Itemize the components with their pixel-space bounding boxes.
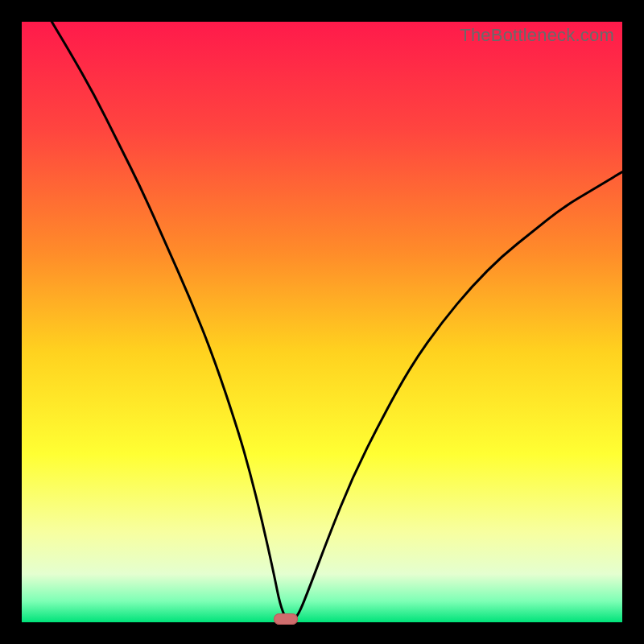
- chart-frame: TheBottleneck.com: [22, 22, 622, 622]
- watermark-text: TheBottleneck.com: [460, 25, 614, 46]
- gradient-background: [22, 22, 622, 622]
- bottleneck-chart: [22, 22, 622, 622]
- optimal-point-marker: [274, 613, 298, 625]
